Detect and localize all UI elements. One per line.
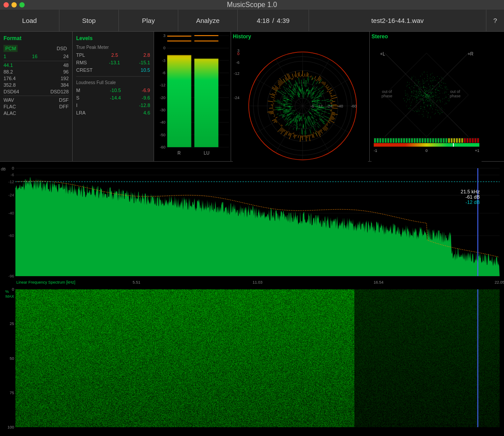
traffic-lights: [4, 2, 25, 7]
rms-right: -15.1: [139, 60, 150, 65]
app-title: MusicScope 1.0: [227, 1, 277, 9]
rms-label: RMS: [76, 60, 100, 65]
s-left: -14.4: [110, 95, 121, 100]
minimize-button[interactable]: [11, 2, 17, 7]
format-96: 96: [63, 69, 69, 74]
vu-canvas: [156, 33, 229, 158]
levels-title: Levels: [76, 35, 150, 41]
format-384: 384: [61, 82, 69, 88]
cursor-db2: -12 dB: [461, 200, 480, 205]
format-1764: 176.4: [4, 76, 16, 81]
format-3528: 352.8: [4, 82, 16, 88]
stereo-panel: Stereo: [370, 32, 504, 161]
m-row: M -10.5 -6.9: [76, 88, 150, 93]
format-flac: FLAC: [4, 104, 16, 109]
rms-left: -13.1: [109, 60, 120, 65]
rms-row: RMS -13.1 -15.1: [76, 60, 150, 65]
tpl-right: 2.8: [143, 52, 150, 58]
format-panel: Format PCM DSD 1 16 24 44.1 48 88.2 96 1…: [0, 32, 73, 161]
lra-val: 4.6: [143, 110, 150, 115]
crest-label: CREST: [76, 67, 100, 73]
format-ch: 1: [4, 54, 6, 59]
format-pcm[interactable]: PCM: [4, 45, 18, 52]
spectrogram-area: [0, 287, 504, 436]
tpl-label: TPL: [76, 52, 100, 58]
s-row: S -14.4 -9.6: [76, 95, 150, 100]
format-title: Format: [4, 35, 69, 41]
format-192: 192: [61, 76, 69, 81]
load-button[interactable]: Load: [0, 10, 59, 31]
maximize-button[interactable]: [19, 2, 25, 7]
format-dsf: DSF: [59, 97, 69, 103]
crest-val: 10.5: [141, 67, 150, 73]
filename-display: test2-16-44.1.wav: [309, 10, 486, 31]
tpl-row: TPL 2.5 2.8: [76, 52, 150, 58]
cursor-db: -61 dB: [461, 194, 480, 200]
format-dsd[interactable]: DSD: [55, 45, 69, 52]
lra-label: LRA: [76, 110, 100, 115]
s-right: -9.6: [142, 95, 150, 100]
spectrogram-canvas: [0, 287, 504, 436]
format-dsd64: DSD64: [4, 89, 19, 94]
crest-row: CREST 10.5: [76, 67, 150, 73]
format-dsd128: DSD128: [50, 89, 69, 94]
i-row: I -12.8: [76, 103, 150, 108]
format-wav: WAV: [4, 97, 14, 103]
close-button[interactable]: [4, 2, 9, 7]
m-right: -6.9: [142, 88, 150, 93]
i-val: -12.8: [139, 103, 150, 108]
stop-button[interactable]: Stop: [59, 10, 119, 31]
history-panel: History: [231, 32, 370, 161]
spectrum-canvas: [0, 162, 504, 287]
format-882: 88.2: [4, 69, 13, 74]
lra-row: LRA 4.6: [76, 110, 150, 115]
play-button[interactable]: Play: [119, 10, 178, 31]
analyze-button[interactable]: Analyze: [178, 10, 238, 31]
vu-panel: [154, 32, 231, 161]
spectrum-info: 21.5 kHz -61 dB -12 dB: [461, 189, 480, 205]
format-alac: ALAC: [4, 111, 16, 116]
cursor-freq: 21.5 kHz: [461, 189, 480, 194]
spectrum-area: 21.5 kHz -61 dB -12 dB: [0, 162, 504, 287]
i-label: I: [76, 103, 100, 108]
format-dff: DFF: [59, 104, 69, 109]
stereo-title: Stereo: [372, 33, 502, 40]
history-title: History: [233, 33, 368, 40]
levels-panel: Levels True Peak Meter TPL 2.5 2.8 RMS -…: [73, 32, 154, 161]
history-canvas: [233, 43, 368, 164]
loudness-label: Loudness Full Scale: [76, 80, 150, 85]
help-button[interactable]: ?: [486, 10, 504, 31]
format-48: 48: [63, 63, 69, 68]
time-display: 4:18 / 4:39: [238, 10, 309, 31]
m-label: M: [76, 88, 100, 93]
s-label: S: [76, 95, 100, 100]
format-bit16: 16: [32, 54, 37, 59]
tpl-left: 2.5: [111, 52, 118, 58]
true-peak-label: True Peak Meter: [76, 45, 150, 50]
format-441: 44.1: [4, 63, 13, 68]
format-bit24: 24: [63, 54, 69, 59]
titlebar: MusicScope 1.0: [0, 0, 504, 10]
m-left: -10.5: [110, 88, 121, 93]
stereo-canvas: [372, 43, 482, 164]
toolbar: Load Stop Play Analyze 4:18 / 4:39 test2…: [0, 10, 504, 32]
top-panels: Format PCM DSD 1 16 24 44.1 48 88.2 96 1…: [0, 32, 504, 162]
